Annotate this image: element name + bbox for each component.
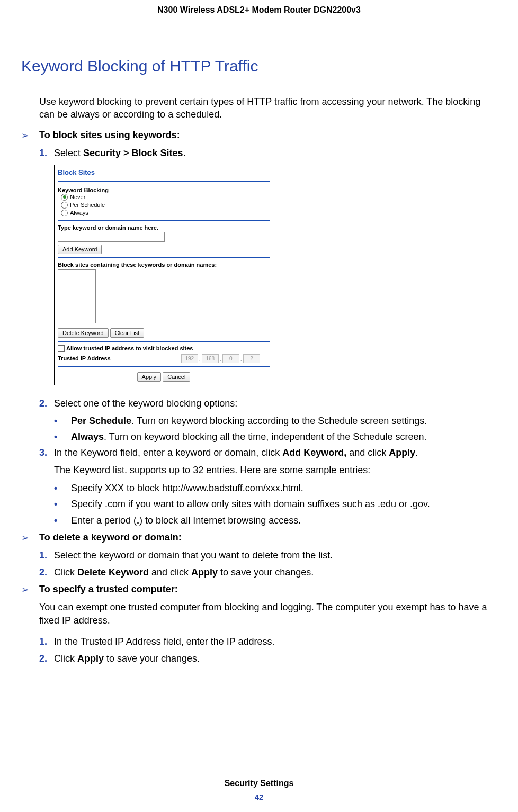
keyword-listbox[interactable] — [58, 269, 96, 323]
ui-type-keyword-label: Type keyword or domain name here. — [58, 224, 270, 231]
radio-per-schedule-label: Per Schedule — [70, 202, 105, 208]
ip-octet-3[interactable]: 0 — [222, 354, 239, 363]
step-number: 1. — [39, 549, 54, 562]
step-number: 1. — [39, 147, 54, 159]
allow-trusted-checkbox[interactable] — [58, 345, 65, 352]
step-number: 2. — [39, 652, 54, 665]
step-2-text: Select one of the keyword blocking optio… — [54, 397, 497, 410]
procedure-3-title: To specify a trusted computer: — [39, 584, 178, 596]
bullet-sample-2: Specify .com if you want to allow only s… — [71, 498, 497, 510]
footer-page-number: 42 — [21, 792, 497, 801]
allow-trusted-label: Allow trusted IP address to visit blocke… — [66, 345, 193, 351]
page-title: Keyword Blocking of HTTP Traffic — [21, 57, 497, 75]
block-sites-screenshot: Block Sites Keyword Blocking Never Per S… — [54, 165, 273, 386]
proc3-step1: In the Trusted IP Address field, enter t… — [54, 635, 497, 648]
proc2-step2: Click Delete Keyword and click Apply to … — [54, 566, 497, 579]
keyword-input[interactable] — [58, 232, 165, 242]
trusted-ip-label: Trusted IP Address — [58, 355, 111, 362]
proc3-step2: Click Apply to save your changes. — [54, 652, 497, 665]
bullet-icon: • — [54, 414, 71, 427]
step-number: 1. — [39, 635, 54, 648]
step-number: 3. — [39, 446, 54, 459]
proc3-intro: You can exempt one trusted computer from… — [39, 601, 497, 627]
clear-list-button[interactable]: Clear List — [110, 328, 144, 338]
delete-keyword-button[interactable]: Delete Keyword — [58, 328, 109, 338]
procedure-arrow-icon: ➢ — [21, 130, 39, 141]
radio-never-label: Never — [70, 194, 85, 200]
radio-never[interactable] — [61, 194, 68, 201]
bullet-always: Always. Turn on keyword blocking all the… — [71, 430, 497, 443]
document-header: N300 Wireless ADSL2+ Modem Router DGN220… — [21, 5, 497, 15]
bullet-sample-3: Enter a period (.) to block all Internet… — [71, 514, 497, 527]
bullet-icon: • — [54, 498, 71, 510]
step-3-followup: The Keyword list. supports up to 32 entr… — [54, 464, 497, 476]
bullet-sample-1: Specify XXX to block http://www.badstuff… — [71, 482, 497, 494]
proc2-step1: Select the keyword or domain that you wa… — [54, 549, 497, 562]
bullet-per-schedule: Per Schedule. Turn on keyword blocking a… — [71, 414, 497, 427]
ui-keyword-blocking-label: Keyword Blocking — [58, 187, 270, 193]
step-number: 2. — [39, 566, 54, 579]
cancel-button[interactable]: Cancel — [163, 372, 190, 382]
procedure-1-title: To block sites using keywords: — [39, 130, 180, 141]
ip-octet-1[interactable]: 192 — [181, 354, 198, 363]
procedure-2-title: To delete a keyword or domain: — [39, 532, 182, 544]
add-keyword-button[interactable]: Add Keyword — [58, 245, 102, 254]
procedure-arrow-icon: ➢ — [21, 584, 39, 596]
step-3-text: In the Keyword field, enter a keyword or… — [54, 446, 497, 459]
ip-octet-4[interactable]: 2 — [243, 354, 260, 363]
footer-section-title: Security Settings — [21, 779, 497, 788]
step-number: 2. — [39, 397, 54, 410]
ui-block-list-label: Block sites containing these keywords or… — [58, 261, 270, 268]
apply-button[interactable]: Apply — [137, 372, 162, 382]
radio-always[interactable] — [61, 210, 68, 216]
ip-octet-2[interactable]: 168 — [202, 354, 219, 363]
bullet-icon: • — [54, 430, 71, 443]
radio-per-schedule[interactable] — [61, 202, 68, 209]
intro-paragraph: Use keyword blocking to prevent certain … — [39, 95, 497, 121]
procedure-arrow-icon: ➢ — [21, 532, 39, 544]
ui-panel-title: Block Sites — [58, 167, 270, 179]
bullet-icon: • — [54, 482, 71, 494]
radio-always-label: Always — [70, 210, 88, 216]
page-footer: Security Settings 42 — [21, 773, 497, 801]
bullet-icon: • — [54, 514, 71, 527]
step-1-text: Select Security > Block Sites. — [54, 147, 497, 159]
